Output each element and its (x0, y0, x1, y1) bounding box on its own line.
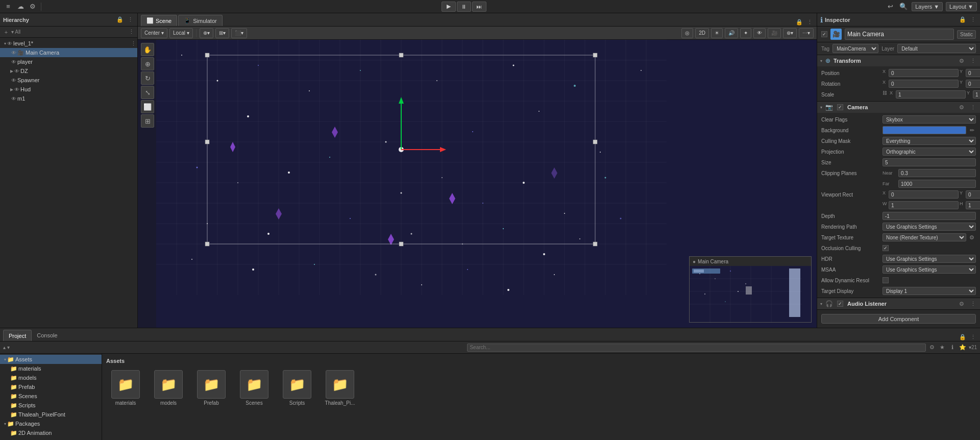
hier-item-player[interactable]: 👁 player (0, 57, 137, 66)
settings-icon[interactable]: ⚙ (28, 2, 38, 12)
asset-models[interactable]: 📁 models (149, 370, 188, 406)
background-color-swatch[interactable] (883, 126, 966, 134)
tree-scenes[interactable]: 📁 Scenes (0, 392, 102, 401)
audio-context[interactable]: ⋮ (969, 300, 977, 308)
tab-simulator[interactable]: 📱 Simulator (178, 15, 222, 26)
layout-dropdown[interactable]: Layout ▼ (946, 2, 977, 11)
clearflags-select[interactable]: Skybox (883, 115, 976, 124)
renderpath-select[interactable]: Use Graphics Settings (883, 223, 976, 231)
light-toggle[interactable]: ☀ (711, 28, 723, 38)
gizmo-btn-1[interactable]: ◎ (681, 28, 693, 38)
audio-toggle[interactable]: 🔊 (725, 28, 738, 38)
vp-w-input[interactable] (889, 201, 959, 209)
vp-h-input[interactable] (966, 201, 980, 209)
transform-all-tool[interactable]: ⊞ (141, 114, 154, 128)
project-search-input[interactable] (467, 344, 925, 352)
scene-more-icon[interactable]: ⋮ (805, 18, 814, 26)
vp-x-input[interactable] (889, 190, 959, 199)
hier-item-spawner[interactable]: 👁 Spawner (0, 76, 137, 85)
hdr-select[interactable]: Use Graphics Settings (883, 255, 976, 263)
particles-toggle[interactable]: ⋯▾ (799, 28, 814, 38)
tab-console[interactable]: Console (32, 330, 62, 341)
camera-settings[interactable]: ⚙ (958, 103, 966, 111)
cullingmask-select[interactable]: Everything (883, 137, 976, 145)
menu-icon[interactable]: ≡ (3, 2, 13, 12)
audio-settings[interactable]: ⚙ (958, 300, 966, 308)
asset-thaleah[interactable]: 📁 Thaleah_Pi... (321, 370, 359, 406)
search-icon[interactable]: 🔍 (898, 2, 909, 12)
hier-level1-more[interactable]: ⋮ (129, 39, 137, 47)
project-bookmark-icon[interactable]: ★ (938, 344, 946, 352)
dynres-checkbox[interactable] (883, 277, 889, 283)
transform-header[interactable]: ▾ ⊕ Transform ⚙ ⋮ (817, 55, 980, 66)
inspector-more-icon[interactable]: ⋮ (969, 16, 977, 24)
obj-active-checkbox[interactable]: ✓ (821, 31, 827, 37)
hier-item-hud[interactable]: ▶ 👁 Hud (0, 85, 137, 94)
layers-dropdown[interactable]: Layers ▼ (912, 2, 943, 11)
vp-y-input[interactable] (966, 190, 980, 199)
tree-assets[interactable]: ▾ 📁 Assets (0, 355, 102, 364)
asset-scenes[interactable]: 📁 Scenes (235, 370, 274, 406)
tab-scene[interactable]: ⬜ Scene (141, 15, 177, 26)
targettex-select[interactable]: None (Render Texture) (883, 233, 966, 241)
hier-item-dz[interactable]: ▶ 👁 DZ (0, 66, 137, 76)
snap-tool[interactable]: ⬛▾ (231, 28, 247, 38)
project-info-icon[interactable]: ℹ (948, 344, 957, 352)
pos-x-input[interactable] (889, 69, 959, 77)
scale-x-input[interactable] (896, 90, 966, 99)
rect-tool[interactable]: ⬜ (141, 100, 154, 113)
rot-x-input[interactable] (889, 80, 959, 88)
effects-toggle[interactable]: ✦ (740, 28, 751, 38)
occlusion-checkbox[interactable]: ✓ (883, 245, 889, 251)
cloud-icon[interactable]: ☁ (15, 2, 26, 12)
obj-name-input[interactable] (845, 29, 954, 40)
pause-button[interactable]: ⏸ (457, 2, 471, 12)
size-input[interactable] (883, 158, 976, 166)
add-component-button[interactable]: Add Component (821, 314, 976, 324)
local-dropdown[interactable]: Local▾ (169, 28, 193, 38)
rotate-tool[interactable]: ↻ (141, 71, 154, 85)
transform-context[interactable]: ⋮ (969, 57, 977, 65)
tab-project[interactable]: Project (3, 330, 32, 341)
msaa-select[interactable]: Use Graphics Settings (883, 265, 976, 274)
scale-y-input[interactable] (973, 90, 980, 99)
audio-listener-header[interactable]: ▾ 🎧 ✓ Audio Listener ⚙ ⋮ (817, 298, 980, 309)
tree-materials[interactable]: 📁 materials (0, 364, 102, 373)
audio-enabled-checkbox[interactable]: ✓ (837, 301, 843, 307)
asset-materials[interactable]: 📁 materials (106, 370, 145, 406)
tree-prefab[interactable]: 📁 Prefab (0, 382, 102, 392)
2d-toggle[interactable]: 2D (695, 28, 709, 38)
project-lock-icon[interactable]: 🔒 (959, 333, 967, 341)
project-fav-icon[interactable]: ⭐ (959, 344, 967, 352)
hidden-toggle[interactable]: 👁 (753, 28, 766, 38)
camera-enabled-checkbox[interactable]: ✓ (837, 104, 843, 110)
move-tool[interactable]: ⊕ (141, 57, 154, 70)
hier-item-maincamera[interactable]: 👁 🎥 Main Camera (0, 48, 137, 57)
hier-item-m1[interactable]: 👁 m1 (0, 94, 137, 103)
hier-item-level1[interactable]: ▾ 👁 level_1* ⋮ (0, 39, 137, 48)
asset-scripts[interactable]: 📁 Scripts (278, 370, 316, 406)
gizmo-toggle[interactable]: ⊛▾ (783, 28, 797, 38)
tree-2daseprite[interactable]: 📁 2D Aseprite Importer (0, 437, 102, 440)
transform-settings[interactable]: ⚙ (958, 57, 966, 65)
targetdisp-select[interactable]: Display 1 (883, 287, 976, 295)
hierarchy-add-icon[interactable]: + (2, 28, 10, 36)
pos-y-input[interactable] (966, 69, 980, 77)
far-input[interactable] (898, 180, 976, 188)
center-dropdown[interactable]: Center▾ (141, 28, 167, 38)
camera-view-toggle[interactable]: 🎥 (768, 28, 781, 38)
hierarchy-menu-icon[interactable]: ⋮ (127, 28, 135, 36)
hierarchy-more-icon[interactable]: ⋮ (126, 16, 134, 24)
asset-prefab[interactable]: 📁 Prefab (192, 370, 231, 406)
projection-select[interactable]: Orthographic (883, 148, 976, 156)
step-button[interactable]: ⏭ (472, 2, 486, 12)
transform-tool[interactable]: ⊕▾ (200, 28, 213, 38)
rot-y-input[interactable] (966, 80, 980, 88)
undo-icon[interactable]: ↩ (885, 2, 895, 12)
scene-lock-icon[interactable]: 🔒 (795, 18, 803, 26)
scale-tool[interactable]: ⤡ (141, 86, 154, 99)
tree-thaleah[interactable]: 📁 Thaleah_PixelFont (0, 410, 102, 419)
depth-input[interactable] (883, 212, 976, 220)
tree-packages[interactable]: ▾ 📁 Packages (0, 419, 102, 428)
camera-context[interactable]: ⋮ (969, 103, 977, 111)
